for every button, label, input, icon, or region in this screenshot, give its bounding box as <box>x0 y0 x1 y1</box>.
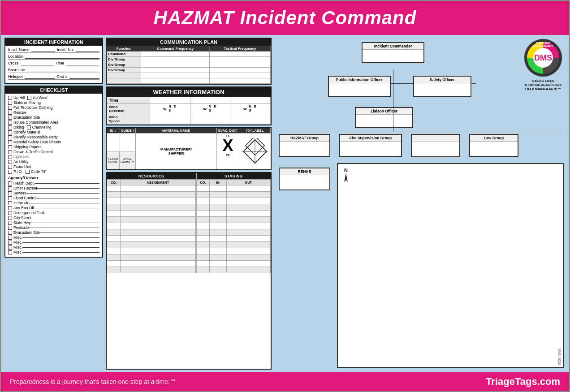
checkbox-evac-site[interactable] <box>8 116 12 120</box>
time-field[interactable] <box>66 61 99 65</box>
stg-in-10[interactable] <box>209 248 226 254</box>
stg-co-0[interactable] <box>197 185 209 192</box>
res-assign-0[interactable] <box>121 185 196 192</box>
incid-name-field[interactable] <box>31 47 55 52</box>
res-assign-13[interactable] <box>121 267 196 273</box>
res-co-0[interactable] <box>107 185 121 192</box>
checkbox-light[interactable] <box>8 155 12 159</box>
stg-out-7[interactable] <box>226 229 270 236</box>
checkbox-state-hwy[interactable] <box>8 221 12 225</box>
checkbox-in-air[interactable] <box>8 201 12 205</box>
stg-co-1[interactable] <box>197 192 209 198</box>
checkbox-foam[interactable] <box>8 165 12 169</box>
stg-out-9[interactable] <box>226 242 270 248</box>
comm-cmd-freq-e2[interactable] <box>141 78 210 84</box>
stg-co-2[interactable] <box>197 198 209 204</box>
checkbox-identify-material[interactable] <box>8 130 12 134</box>
other-hazmat-field[interactable] <box>37 188 99 189</box>
stg-out-1[interactable] <box>226 192 270 198</box>
res-assign-3[interactable] <box>121 204 196 211</box>
stg-out-12[interactable] <box>226 261 270 267</box>
res-co-3[interactable] <box>107 204 121 211</box>
stg-out-3[interactable] <box>226 204 270 211</box>
weather-wind-speed-1[interactable] <box>150 114 190 125</box>
checkbox-isolate[interactable] <box>8 121 12 125</box>
res-assign-12[interactable] <box>121 261 196 267</box>
stg-co-3[interactable] <box>197 204 209 211</box>
res-co-6[interactable] <box>107 223 121 229</box>
in-air-field[interactable] <box>29 203 99 203</box>
res-co-1[interactable] <box>107 192 121 198</box>
underground-field[interactable] <box>45 213 99 213</box>
weather-time-1[interactable] <box>150 97 190 104</box>
stg-co-7[interactable] <box>197 229 209 236</box>
res-assign-5[interactable] <box>121 217 196 223</box>
res-co-9[interactable] <box>107 242 121 248</box>
ug-field[interactable] <box>412 142 459 156</box>
stg-out-0[interactable] <box>226 185 270 192</box>
stg-out-8[interactable] <box>226 236 270 242</box>
res-co-12[interactable] <box>107 261 121 267</box>
checkbox-air-utility[interactable] <box>8 160 12 164</box>
res-co-5[interactable] <box>107 217 121 223</box>
stg-out-5[interactable] <box>226 217 270 223</box>
comm-tac-freq-dg1[interactable] <box>210 57 271 62</box>
comm-cmd-freq-command[interactable] <box>141 52 210 57</box>
res-co-2[interactable] <box>107 198 121 204</box>
stg-in-5[interactable] <box>209 217 226 223</box>
stg-out-2[interactable] <box>226 198 270 204</box>
res-assign-2[interactable] <box>121 198 196 204</box>
runoff-field[interactable] <box>34 208 99 208</box>
checkbox-uphill[interactable] <box>8 96 12 100</box>
stg-co-10[interactable] <box>197 248 209 254</box>
misc-4-field[interactable] <box>22 252 99 253</box>
state-hwy-field[interactable] <box>31 223 99 223</box>
weather-wind-dir-1[interactable]: W N E S <box>150 104 190 114</box>
comm-cmd-freq-dg1[interactable] <box>141 57 210 62</box>
health-field[interactable] <box>35 183 99 184</box>
stg-in-2[interactable] <box>209 198 226 204</box>
checkbox-pesticide[interactable] <box>8 226 12 230</box>
pio-field[interactable] <box>329 83 390 96</box>
mat-id-cell[interactable] <box>107 134 120 151</box>
stg-in-1[interactable] <box>209 192 226 198</box>
stg-out-11[interactable] <box>226 254 270 261</box>
checkbox-pio[interactable] <box>8 170 12 174</box>
misc-2-field[interactable] <box>22 242 99 243</box>
res-co-13[interactable] <box>107 267 121 273</box>
checkbox-upwind[interactable] <box>27 96 31 100</box>
helispot-field[interactable] <box>25 74 55 79</box>
stg-co-11[interactable] <box>197 254 209 261</box>
so-field[interactable] <box>414 83 471 96</box>
checkbox-rescue[interactable] <box>8 111 12 115</box>
stg-in-11[interactable] <box>209 254 226 261</box>
stg-co-13[interactable] <box>197 267 209 273</box>
stg-in-7[interactable] <box>209 229 226 236</box>
grid-field[interactable] <box>69 74 99 79</box>
weather-wind-dir-3[interactable]: W N E S <box>230 104 271 114</box>
checkbox-crowd[interactable] <box>8 150 12 154</box>
fg-field[interactable] <box>340 142 401 156</box>
pesticide-field[interactable] <box>29 228 100 228</box>
location-field[interactable] <box>25 54 99 59</box>
checkbox-code-n[interactable] <box>26 170 30 174</box>
hg-field[interactable] <box>280 142 329 156</box>
checkbox-diking[interactable] <box>8 125 12 129</box>
comm-cmd-freq-e1[interactable] <box>141 73 210 78</box>
weather-wind-speed-3[interactable] <box>230 114 271 125</box>
checkbox-misc-2[interactable] <box>8 241 12 245</box>
res-assign-1[interactable] <box>121 192 196 198</box>
res-co-7[interactable] <box>107 229 121 236</box>
stg-co-4[interactable] <box>197 211 209 217</box>
res-assign-4[interactable] <box>121 211 196 217</box>
checkbox-runoff[interactable] <box>8 206 12 210</box>
stg-co-9[interactable] <box>197 242 209 248</box>
checkbox-misc-3[interactable] <box>8 246 12 250</box>
comm-tac-freq-dg2[interactable] <box>210 62 271 68</box>
res-co-8[interactable] <box>107 236 121 242</box>
stg-in-12[interactable] <box>209 261 226 267</box>
checkbox-static[interactable] <box>8 101 12 105</box>
checkbox-msds[interactable] <box>8 140 12 144</box>
base-loc-field[interactable] <box>28 68 99 72</box>
misc-3-field[interactable] <box>22 247 99 248</box>
